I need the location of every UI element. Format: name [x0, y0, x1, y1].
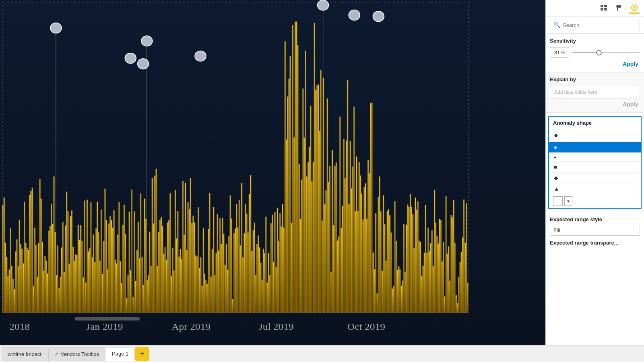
- search-section: 🔍: [546, 16, 644, 34]
- svg-point-13: [50, 23, 62, 33]
- svg-point-23: [373, 11, 384, 22]
- svg-rect-25: [604, 5, 607, 7]
- svg-point-32: [634, 7, 635, 8]
- svg-text:Jan 2019: Jan 2019: [86, 321, 123, 332]
- svg-rect-30: [617, 8, 618, 11]
- svg-rect-26: [601, 8, 603, 10]
- search-icon: 🔍: [553, 22, 560, 28]
- color-swatch-row: ▼: [549, 194, 641, 208]
- expected-range-section: Expected range style Fill Line None Expe…: [546, 212, 644, 250]
- bottom-tab-bar: wntime Impact ↗ Vendors Tooltips Page 1 …: [0, 345, 644, 362]
- sensitivity-apply-button[interactable]: Apply: [621, 60, 640, 68]
- anomaly-shape-item-large-circle[interactable]: ●: [549, 129, 641, 142]
- expected-range-style-label: Expected range style: [550, 216, 640, 222]
- expected-range-style-select[interactable]: Fill Line None: [550, 225, 640, 236]
- large-circle-icon: ●: [554, 131, 558, 140]
- svg-point-19: [195, 51, 206, 62]
- square-icon: ■: [554, 164, 557, 170]
- color-dropdown-button[interactable]: ▼: [564, 196, 572, 206]
- main-area: 2018 Jan 2019 Apr 2019 Jul 2019 Oct 2019: [0, 0, 644, 345]
- anomaly-shape-section: Anomaly shape ● ● ● ■ ◆: [548, 116, 642, 209]
- add-tab-button[interactable]: +: [135, 347, 149, 361]
- panel-toolbar: [546, 0, 644, 16]
- svg-text:2018: 2018: [9, 321, 30, 332]
- anomaly-shape-item-diamond[interactable]: ◆: [549, 173, 641, 183]
- tab-vendors-label: Vendors Tooltips: [61, 351, 99, 357]
- anomaly-shape-item-triangle[interactable]: ▲: [549, 183, 641, 194]
- svg-point-18: [138, 59, 149, 69]
- svg-rect-28: [601, 10, 603, 11]
- svg-text:Oct 2019: Oct 2019: [347, 321, 385, 332]
- svg-point-20: [318, 0, 329, 10]
- svg-rect-27: [604, 8, 607, 10]
- sensitivity-section: Sensitivity 31 % Apply: [546, 34, 644, 72]
- svg-point-15: [141, 36, 153, 46]
- tab-page1[interactable]: Page 1: [106, 347, 134, 361]
- small-circle-icon: ●: [554, 155, 556, 159]
- svg-rect-0: [0, 0, 545, 345]
- tab-downtime-impact[interactable]: wntime Impact: [2, 347, 47, 361]
- sensitivity-label: Sensitivity: [550, 38, 640, 44]
- anomaly-shape-item-medium-circle[interactable]: ●: [549, 142, 641, 152]
- right-panel: 🔍 Sensitivity 31 % Apply Explain by: [545, 0, 644, 345]
- svg-point-17: [125, 53, 136, 64]
- svg-rect-12: [74, 317, 140, 321]
- triangle-icon: ▲: [554, 185, 559, 192]
- explain-by-label: Explain by: [550, 76, 640, 82]
- sensitivity-row: 31 %: [550, 47, 640, 58]
- grid-view-icon[interactable]: [598, 2, 609, 14]
- explain-apply-button: Apply: [621, 100, 640, 108]
- search-input[interactable]: [563, 22, 636, 28]
- tab-downtime-label: wntime Impact: [8, 351, 41, 357]
- svg-text:Apr 2019: Apr 2019: [171, 321, 211, 332]
- svg-rect-24: [601, 5, 603, 7]
- tab-vendors-icon: ↗: [54, 351, 58, 357]
- analytics-icon[interactable]: [629, 2, 640, 14]
- explain-by-section: Explain by Add data fields here Apply: [546, 72, 644, 113]
- svg-rect-29: [604, 10, 607, 11]
- search-box[interactable]: 🔍: [550, 20, 640, 30]
- chart-area: 2018 Jan 2019 Apr 2019 Jul 2019 Oct 2019: [0, 0, 545, 345]
- expected-range-transparency-label: Expected range transpare...: [550, 240, 640, 246]
- tab-vendors-tooltips[interactable]: ↗ Vendors Tooltips: [48, 347, 105, 361]
- anomaly-shape-item-small-circle[interactable]: ●: [549, 153, 641, 161]
- color-swatch[interactable]: [553, 196, 563, 206]
- explain-drop-zone[interactable]: Add data fields here: [550, 86, 640, 99]
- sensitivity-input[interactable]: 31 %: [550, 47, 569, 58]
- diamond-icon: ◆: [554, 175, 558, 181]
- anomaly-shape-item-square[interactable]: ■: [549, 162, 641, 172]
- anomaly-shape-label: Anomaly shape: [549, 117, 641, 129]
- svg-point-22: [349, 10, 360, 21]
- svg-text:Jul 2019: Jul 2019: [259, 321, 294, 332]
- tab-page1-label: Page 1: [112, 351, 128, 357]
- format-paint-icon[interactable]: [613, 2, 625, 14]
- chart-svg: 2018 Jan 2019 Apr 2019 Jul 2019 Oct 2019: [0, 0, 545, 345]
- sensitivity-slider-track[interactable]: [572, 52, 640, 53]
- medium-circle-icon: ●: [554, 144, 557, 150]
